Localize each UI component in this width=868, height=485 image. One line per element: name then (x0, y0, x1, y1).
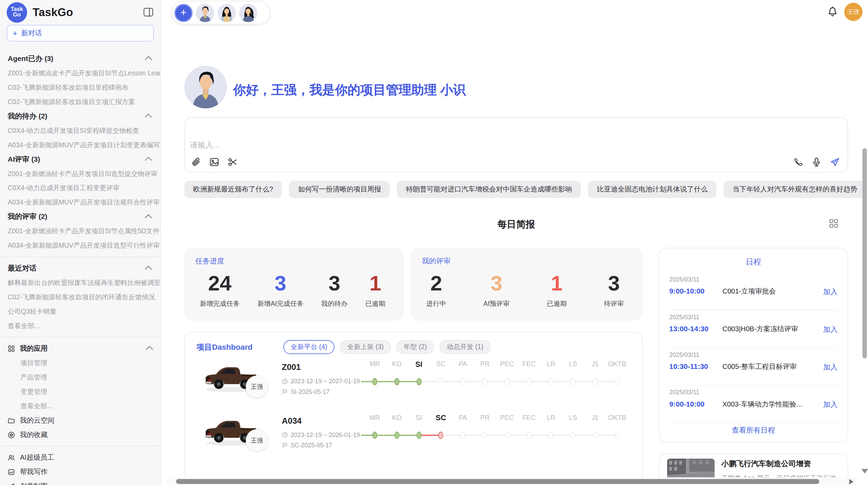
milestone-label: MR (370, 414, 380, 422)
horizontal-scrollbar-thumb[interactable] (176, 479, 819, 484)
add-session-button[interactable]: + (174, 3, 193, 22)
collapse-sidebar-icon[interactable] (143, 7, 154, 17)
dashboard-filter-chip[interactable]: 年型 (2) (396, 340, 434, 354)
milestone-dot[interactable] (593, 432, 598, 439)
milestone-dot[interactable] (527, 378, 532, 385)
dashboard-filter-chip[interactable]: 全新平台 (4) (284, 340, 335, 354)
sidebar-item-cloud-space[interactable]: 我的云空间 (0, 413, 160, 427)
vertical-scrollbar-thumb[interactable] (863, 148, 867, 359)
microphone-icon[interactable] (811, 157, 821, 167)
star-badge-icon (8, 431, 15, 438)
ai-super-staff-label: AI超级员工 (20, 453, 54, 462)
project-row[interactable]: 王强Z0012023-12-19 ~ 2027-01-19SI-2025-05-… (185, 358, 642, 412)
milestone-dot[interactable] (615, 432, 620, 439)
sidebar-task-item[interactable]: Z001-全新燃油轻卡产品开发项目SI节点属性5D文件评审 (0, 224, 160, 238)
milestone-dot[interactable] (460, 378, 466, 385)
my-apps-sub-item[interactable]: 变更管理 (0, 384, 160, 399)
sidebar-task-item[interactable]: Z001-全新燃油轻卡产品开发项目SI造型提交物评审 (0, 166, 160, 181)
my-apps-sub-item[interactable]: 项目管理 (0, 356, 160, 370)
layout-grid-icon[interactable] (829, 219, 839, 231)
sidebar-group-header[interactable]: 我的评审 (2) (0, 210, 160, 224)
project-dates-text: 2023-12-19 ~ 2027-01-19 (291, 378, 360, 384)
sidebar-item-ai-super-staff[interactable]: AI超级员工 (0, 450, 160, 464)
milestone-dot[interactable] (505, 378, 510, 385)
my-apps-sub-item[interactable]: 查看全部... (0, 399, 160, 413)
attachment-icon[interactable] (191, 157, 201, 167)
sidebar-group-header[interactable]: 我的待办 (2) (0, 109, 160, 123)
sidebar-item-favorites[interactable]: 我的收藏 (0, 427, 160, 442)
sidebar-group-header[interactable]: AI评审 (3) (0, 152, 160, 166)
recent-conversation-item[interactable]: 解释最新出台的欧盟报废车法规再生塑料比例被调至15%... (0, 275, 160, 290)
milestone-dot[interactable] (416, 378, 421, 385)
image-upload-icon[interactable] (209, 157, 219, 167)
suggestion-chip[interactable]: 当下年轻人对汽车外观有怎样的喜好趋势 (724, 181, 866, 198)
group-label: 我的待办 (2) (8, 111, 47, 121)
stat-value: 2 (426, 271, 446, 296)
scroll-right-arrow[interactable] (849, 479, 854, 484)
milestone-dot[interactable] (527, 432, 532, 439)
sidebar-group-header[interactable]: Agent已办 (3) (0, 51, 160, 66)
milestone-dot[interactable] (438, 432, 444, 439)
milestone-dot[interactable] (570, 432, 576, 439)
milestone-dot[interactable] (394, 432, 399, 439)
recent-conversations-header[interactable]: 最近对话 (0, 261, 160, 275)
milestone-dot[interactable] (416, 432, 421, 439)
project-list: 王强Z0012023-12-19 ~ 2027-01-19SI-2025-05-… (185, 358, 642, 465)
milestone-dot[interactable] (372, 378, 377, 385)
scroll-down-arrow[interactable] (861, 469, 868, 473)
milestone-dot[interactable] (482, 378, 487, 385)
chevron-up-icon (145, 157, 152, 164)
milestone-dot[interactable] (615, 378, 620, 385)
my-apps-sub-item[interactable]: 产品管理 (0, 370, 160, 384)
user-avatar[interactable]: 王强 (844, 3, 863, 21)
suggestion-chip[interactable]: 特朗普可能对进口汽车增税会对中国车企造成哪些影响 (397, 181, 581, 198)
agent-avatar-3[interactable] (239, 3, 257, 22)
join-link[interactable]: 加入 (823, 362, 837, 372)
milestone-label: FEC (522, 360, 536, 368)
sidebar-task-item[interactable]: A034-全新新能源MUV产品开发项目造型可行性评审 (0, 238, 160, 253)
notification-bell-icon[interactable] (827, 6, 838, 18)
milestone-dot[interactable] (505, 432, 510, 439)
sidebar-task-item[interactable]: C0X4-动力总成开发项目工程变更评审 (0, 181, 160, 195)
dashboard-filter-chip[interactable]: 动总开发 (1) (439, 340, 491, 354)
milestone-dot[interactable] (482, 432, 487, 439)
project-row[interactable]: 王强A0342023-12-19 ~ 2026-01-19SC-2025-05-… (185, 411, 642, 465)
sidebar-task-item[interactable]: C02-飞腾新能源轻客改款项目里程碑画布 (0, 80, 160, 95)
view-all-schedule-link[interactable]: 查看所有日程 (659, 425, 847, 435)
daily-brief-header: 每日简报 (184, 218, 848, 230)
sidebar-task-item[interactable]: C0X4-动力总成开发项目SI里程碑提交物检查 (0, 123, 160, 138)
milestone-dot[interactable] (593, 378, 598, 385)
sidebar-task-item[interactable]: A034-全新新能源MUV产品开发项目计划变更表编写 (0, 138, 160, 152)
my-apps-header[interactable]: 我的应用 (0, 341, 160, 356)
milestone-dot[interactable] (548, 432, 554, 439)
dashboard-filter-chip[interactable]: 全新上装 (3) (340, 340, 391, 354)
sidebar-task-item[interactable]: C02-飞腾新能源轻客改款项目立项汇报方案 (0, 95, 160, 109)
event-name: X003-车辆动力学性能验... (722, 400, 802, 409)
join-link[interactable]: 加入 (823, 287, 837, 297)
recent-conversation-item[interactable]: 查看全部... (0, 319, 160, 333)
sidebar-item-creative-drawing[interactable]: 创意制图 (0, 479, 160, 485)
milestone-dot[interactable] (570, 378, 576, 385)
send-icon[interactable] (830, 157, 840, 167)
milestone-dot[interactable] (394, 378, 399, 385)
suggestion-chip[interactable]: 比亚迪全固态电池计划具体说了什么 (588, 181, 717, 198)
sidebar-task-item[interactable]: Z001-全新燃油皮卡产品开发项目SI节点Lesson Learn报告 (0, 66, 160, 80)
scissors-icon[interactable] (228, 157, 238, 167)
sidebar-task-item[interactable]: A034-全新新能源MUV产品开发项目法规符合性评审 (0, 195, 160, 210)
chat-input-box[interactable]: 请输入... (184, 117, 848, 172)
milestone-dot[interactable] (372, 432, 377, 439)
sidebar-item-help-write[interactable]: 帮我写作 (0, 464, 160, 479)
join-link[interactable]: 加入 (823, 325, 837, 335)
agent-avatar-1[interactable] (196, 3, 214, 22)
recent-conversation-item[interactable]: 公司Q3轻卡销量 (0, 304, 160, 319)
milestone-dot[interactable] (460, 432, 466, 439)
recent-conversation-item[interactable]: C02-飞腾新能源轻客改款项目的闭环通告反馈情况 (0, 290, 160, 304)
agent-avatar-2[interactable] (218, 3, 236, 22)
new-chat-button[interactable]: + 新对话 (7, 25, 154, 41)
milestone-dot[interactable] (438, 378, 444, 385)
join-link[interactable]: 加入 (823, 400, 837, 410)
milestone-dot[interactable] (548, 378, 554, 385)
voice-call-icon[interactable] (793, 157, 803, 167)
suggestion-chip[interactable]: 如何写一份清晰的项目周报 (289, 181, 390, 198)
suggestion-chip[interactable]: 欧洲新规最近颁布了什么? (184, 181, 282, 198)
